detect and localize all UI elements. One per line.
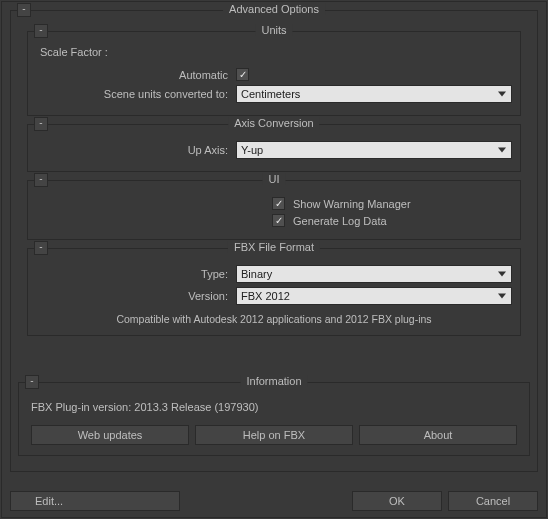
button-web-updates[interactable]: Web updates: [31, 425, 189, 445]
button-edit[interactable]: Edit...: [10, 491, 180, 511]
select-up-axis[interactable]: Y-up: [236, 141, 512, 159]
select-scene-units-value: Centimeters: [241, 88, 300, 100]
button-about[interactable]: About: [359, 425, 517, 445]
group-title-advanced-options: Advanced Options: [223, 3, 325, 15]
label-version: Version:: [36, 290, 236, 302]
select-type[interactable]: Binary: [236, 265, 512, 283]
text-compat-note: Compatible with Autodesk 2012 applicatio…: [36, 309, 512, 327]
button-ok[interactable]: OK: [352, 491, 442, 511]
group-title-fbx: FBX File Format: [228, 241, 320, 253]
select-scene-units[interactable]: Centimeters: [236, 85, 512, 103]
collapse-ui[interactable]: -: [34, 173, 48, 187]
select-up-axis-value: Y-up: [241, 144, 263, 156]
label-log-data: Generate Log Data: [293, 215, 387, 227]
label-type: Type:: [36, 268, 236, 280]
collapse-axis[interactable]: -: [34, 117, 48, 131]
checkbox-automatic[interactable]: [236, 68, 249, 81]
collapse-info[interactable]: -: [25, 375, 39, 389]
button-help-fbx[interactable]: Help on FBX: [195, 425, 353, 445]
collapse-fbx[interactable]: -: [34, 241, 48, 255]
checkbox-warning-manager[interactable]: [272, 197, 285, 210]
select-version[interactable]: FBX 2012: [236, 287, 512, 305]
group-title-units: Units: [255, 24, 292, 36]
group-title-ui: UI: [263, 173, 286, 185]
collapse-units[interactable]: -: [34, 24, 48, 38]
label-automatic: Automatic: [36, 69, 236, 81]
group-units: - Units Scale Factor : Automatic Scene u…: [27, 31, 521, 116]
text-plugin-version: FBX Plug-in version: 2013.3 Release (197…: [27, 395, 521, 423]
group-information: - Information FBX Plug-in version: 2013.…: [18, 382, 530, 456]
select-version-value: FBX 2012: [241, 290, 290, 302]
select-type-value: Binary: [241, 268, 272, 280]
label-up-axis: Up Axis:: [36, 144, 236, 156]
group-title-info: Information: [240, 375, 307, 387]
checkbox-log-data[interactable]: [272, 214, 285, 227]
button-cancel[interactable]: Cancel: [448, 491, 538, 511]
bottom-button-bar: Edit... OK Cancel: [2, 491, 546, 511]
group-axis-conversion: - Axis Conversion Up Axis: Y-up: [27, 124, 521, 172]
label-warning-manager: Show Warning Manager: [293, 198, 411, 210]
group-ui: - UI Show Warning Manager Generate Log D…: [27, 180, 521, 240]
label-scene-units: Scene units converted to:: [36, 88, 236, 100]
collapse-advanced-options[interactable]: -: [17, 3, 31, 17]
group-title-axis: Axis Conversion: [228, 117, 319, 129]
label-scale-factor: Scale Factor :: [36, 44, 512, 64]
group-fbx-format: - FBX File Format Type: Binary Version: …: [27, 248, 521, 336]
